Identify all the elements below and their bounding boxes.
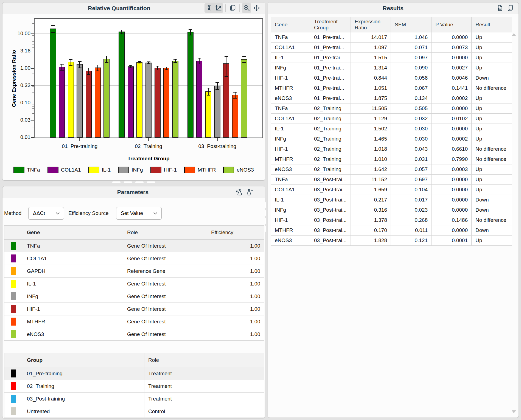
gene-efficiency-cell[interactable]: 1.00 (207, 240, 264, 252)
result-cell: Up (472, 103, 512, 114)
chevron-down-icon (153, 212, 158, 215)
error-bar-cap (147, 63, 150, 64)
p-value-cell: 0.0003 (432, 164, 472, 175)
p-value-cell: 0.0000 (432, 103, 472, 114)
gene-efficiency-cell[interactable]: 1.00 (207, 328, 264, 341)
gene-color-cell (4, 278, 23, 290)
results-row: eNOS302_Training1.6420.0570.0003Up (271, 164, 512, 175)
gene-efficiency-cell[interactable]: 1.00 (207, 278, 264, 290)
error-bar (106, 56, 107, 63)
gene-row[interactable]: MTHFRGene Of Interest1.00 (4, 315, 264, 328)
x-category-label: 01_Pre-training (44, 143, 115, 149)
error-bar-cap (138, 63, 141, 63)
role-header: Role (123, 226, 207, 240)
method-dropdown[interactable]: ΔΔCt (28, 207, 64, 220)
gene-color-cell (4, 265, 23, 278)
p-value-cell: 0.1486 (432, 215, 472, 225)
error-bar (53, 26, 53, 32)
gene-cell: eNOS3 (271, 236, 310, 246)
gene-header: Gene (271, 17, 310, 32)
gene-row[interactable]: eNOS3Gene Of Interest1.00 (4, 328, 264, 341)
zoom-in-button[interactable] (242, 3, 251, 13)
error-bar (208, 88, 209, 95)
chart-bar (232, 95, 238, 138)
treatment-group-cell: 03_Post-trai... (310, 205, 351, 215)
import-parameters-button[interactable] (235, 187, 244, 197)
copy-icon (229, 4, 236, 12)
copy-results-button[interactable] (505, 3, 515, 13)
gene-efficiency-cell[interactable]: 1.00 (207, 290, 264, 303)
gene-color-swatch (11, 267, 16, 275)
treatment-group-cell: 02_Training (310, 114, 351, 124)
error-bar-cap (87, 68, 90, 68)
gene-name-cell: MTHFR (23, 315, 123, 328)
efficiency-source-dropdown[interactable]: Set Value (116, 207, 162, 220)
group-color-swatch (11, 395, 16, 403)
gene-row[interactable]: IL-1Gene Of Interest1.00 (4, 278, 264, 290)
error-bar-cap (173, 59, 177, 60)
pan-button[interactable] (252, 3, 261, 13)
export-csv-button[interactable]: csv (495, 3, 505, 13)
parameters-panel: Parameters Method ΔΔCt Efficiency Source… (2, 186, 265, 418)
dna-view-button[interactable] (205, 3, 214, 13)
group-row[interactable]: 03_Post-trainingTreatment (4, 393, 264, 405)
expression-ratio-header: Expression Ratio (351, 17, 391, 32)
gene-name-cell: GAPDH (23, 265, 123, 278)
p-value-cell: 0.0102 (432, 114, 472, 124)
gene-efficiency-cell[interactable]: 1.00 (207, 303, 264, 315)
chart-bar (241, 59, 247, 138)
copy-chart-button[interactable] (228, 3, 237, 13)
legend-swatch (184, 167, 195, 173)
treatment-group-cell: 01_Pre-trai... (310, 63, 351, 73)
gene-name-cell: eNOS3 (23, 328, 123, 341)
scroll-down-arrow[interactable] (512, 410, 516, 413)
error-bar (157, 66, 158, 70)
legend-swatch (47, 167, 58, 173)
gene-row[interactable]: TNFaGene Of Interest1.00 (4, 240, 264, 252)
error-bar-cap (147, 61, 150, 62)
scroll-up-arrow[interactable] (512, 33, 516, 36)
horizontal-splitter[interactable] (2, 181, 265, 183)
group-color-swatch (11, 407, 16, 415)
legend-item-INFg: INFg (118, 167, 143, 173)
error-bar-cap (120, 33, 124, 34)
gene-row[interactable]: COL1A1Gene Of Interest1.00 (4, 252, 264, 265)
gene-name-cell: TNFa (23, 240, 123, 252)
group-row[interactable]: 01_Pre-trainingTreatment (4, 367, 264, 380)
error-bar (79, 61, 80, 68)
gene-row[interactable]: HIF-1Gene Of Interest1.00 (4, 303, 264, 315)
treatment-group-cell: 01_Pre-trai... (310, 53, 351, 63)
error-bar-cap (138, 61, 141, 62)
group-name-cell: 03_Post-training (23, 393, 144, 405)
toolbar-separator (225, 4, 226, 12)
error-bar-cap (207, 88, 210, 88)
group-row[interactable]: UntreatedControl (4, 405, 264, 418)
error-bar-cap (242, 56, 246, 57)
gene-efficiency-cell[interactable]: 1.00 (207, 315, 264, 328)
gridline (35, 33, 262, 34)
gene-efficiency-cell[interactable]: 1.00 (207, 252, 264, 265)
gene-efficiency-cell[interactable]: 1.00 (207, 265, 264, 278)
sem-cell: 0.090 (391, 63, 432, 73)
chart-bar (214, 86, 220, 138)
results-row: TNFa03_Post-trai...11.1520.6970.0000Up (271, 175, 512, 185)
error-bar (217, 83, 218, 89)
gene-cell: HIF-1 (271, 144, 310, 154)
chart-bar (136, 62, 142, 138)
treatment-group-cell: 02_Training (310, 103, 351, 114)
results-row: IL-102_Training1.5020.0300.0000Up (271, 124, 512, 134)
group-color-swatch (11, 369, 16, 377)
gene-row[interactable]: INFgGene Of Interest1.00 (4, 290, 264, 303)
expression-ratio-cell: 1.515 (351, 53, 391, 63)
gene-role-cell: Gene Of Interest (123, 278, 207, 290)
group-row[interactable]: 02_TrainingTreatment (4, 380, 264, 393)
legend-item-COL1A1: COL1A1 (47, 167, 81, 173)
expression-ratio-cell: 11.152 (351, 175, 391, 185)
group-color-cell (4, 393, 23, 405)
amplification-plot-button[interactable] (214, 3, 223, 13)
error-bar-cap (60, 70, 64, 71)
gene-row[interactable]: GAPDHReference Gene1.00 (4, 265, 264, 278)
y-tick-label: 0.01 (12, 134, 30, 140)
export-parameters-button[interactable] (245, 187, 254, 197)
error-bar-cap (87, 74, 90, 75)
